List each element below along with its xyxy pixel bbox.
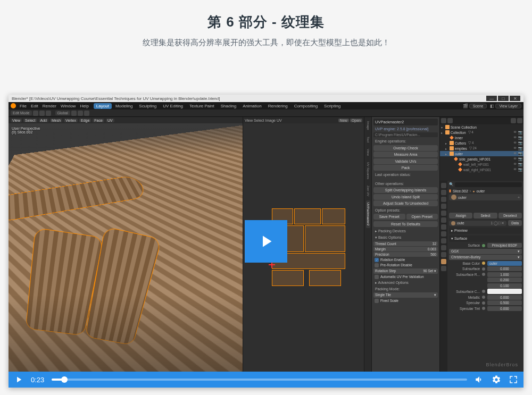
pm-overlap-button[interactable]: Overlap Check	[373, 145, 438, 151]
vp-menu-face[interactable]: Face	[93, 119, 104, 122]
snap-icon[interactable]	[71, 111, 77, 116]
vp-menu-uv[interactable]: UV	[106, 119, 114, 122]
workspace-tab-compositing[interactable]: Compositing	[292, 103, 320, 109]
outliner-mode-icon[interactable]	[441, 118, 446, 123]
pm-thread-count[interactable]: Thread Count32	[373, 241, 438, 246]
outliner-search-icon[interactable]	[511, 118, 516, 123]
prop-tab-scene[interactable]	[441, 204, 446, 209]
prop-tab-object[interactable]	[441, 217, 446, 223]
orientation-selector[interactable]: Global	[55, 111, 70, 115]
pm-auto-pre-validation[interactable]: Automatic UV Pre Validation	[373, 274, 438, 280]
workspace-tab-rendering[interactable]: Rendering	[265, 103, 290, 109]
outliner-item[interactable]: ▸Cutters▽ 4👁📷	[440, 140, 523, 146]
workspace-tab-shading[interactable]: Shading	[218, 103, 239, 109]
fullscreen-button[interactable]	[509, 375, 518, 384]
pm-fixed-scale[interactable]: Fixed Scale	[373, 298, 438, 304]
pm-precision[interactable]: Precision500	[373, 252, 438, 257]
window-min-button[interactable]: —	[486, 96, 497, 101]
subsurface-radius[interactable]: Subsurface R...1.000	[449, 272, 522, 277]
outliner-item[interactable]: ▸Collection▽ 4👁📷	[440, 130, 523, 135]
workspace-tab-animation[interactable]: Animation	[240, 103, 264, 109]
uv-new-button[interactable]: New	[338, 119, 349, 122]
vtab-uvpackmaster[interactable]: UVPackmaster2	[366, 200, 370, 228]
specular[interactable]: Specular0.500	[449, 300, 522, 305]
pivot-icon[interactable]	[78, 111, 83, 116]
material-name-field[interactable]: oute 1 ◯□ ✕	[449, 221, 506, 226]
pm-mode-dropdown[interactable]: Single Tile▾	[373, 292, 438, 298]
select-button[interactable]: Select	[473, 213, 497, 218]
vtab-image[interactable]: Image	[366, 119, 370, 132]
pm-undo-split-button[interactable]: Undo Island Split	[373, 194, 438, 200]
pm-save-preset-button[interactable]: Save Preset	[373, 214, 405, 220]
prop-tab-physics[interactable]	[441, 238, 446, 243]
outliner-filter-icon[interactable]	[447, 118, 453, 123]
vtab-uvsquares[interactable]: UV Squares	[366, 160, 370, 181]
pm-pack-button[interactable]: Pack	[373, 165, 438, 171]
window-close-button[interactable]: ✕	[510, 96, 520, 101]
deselect-button[interactable]: Deselect	[498, 213, 522, 218]
uv-menu-image[interactable]: Image	[265, 119, 276, 122]
volume-button[interactable]	[475, 375, 484, 384]
workspace-tab-texture-paint[interactable]: Texture Paint	[187, 103, 217, 109]
scene-selector[interactable]: 🎬 Scene	[463, 104, 487, 108]
menu-help[interactable]: Help	[78, 104, 90, 108]
burley-dropdown[interactable]: Christensen-Burley▾	[449, 255, 522, 260]
vp-menu-select[interactable]: Select	[23, 119, 37, 122]
vp-menu-edge[interactable]: Edge	[79, 119, 91, 122]
vp-menu-vertex[interactable]: Vertex	[64, 119, 78, 122]
workspace-tab-layout[interactable]: Layout	[94, 103, 112, 109]
metallic[interactable]: Metallic0.000	[449, 295, 522, 300]
pm-engine-path[interactable]: C:\Program Files\UVPackm...	[373, 132, 438, 137]
base-color[interactable]: Base Colorouter	[449, 261, 522, 266]
pm-pre-rotation-disable[interactable]: Pre-Rotation Disable	[373, 263, 438, 268]
window-max-button[interactable]: □	[498, 96, 509, 101]
vtab-view[interactable]: View	[366, 147, 370, 158]
material-slot[interactable]: outer +	[449, 194, 522, 200]
pm-reset-button[interactable]: Reset To Defaults	[373, 221, 438, 227]
prop-tab-material[interactable]	[441, 259, 446, 264]
proportional-icon[interactable]	[84, 111, 89, 116]
prop-tab-particles[interactable]	[441, 231, 446, 237]
outliner-item[interactable]: ▸outer👁📷	[440, 151, 523, 156]
select-edge-icon[interactable]	[39, 111, 45, 116]
subsurface[interactable]: Subsurface0.000	[449, 266, 522, 271]
outliner-item[interactable]: side_panels_HP.001👁📷	[440, 156, 523, 162]
pm-margin[interactable]: Margin0.003	[373, 247, 438, 251]
outliner-item[interactable]: wall_left_HP.001👁📷	[440, 162, 523, 167]
select-vert-icon[interactable]	[33, 111, 38, 116]
pm-validate-button[interactable]: Validate UVs	[373, 158, 438, 164]
outliner-funnel-icon[interactable]	[517, 118, 522, 123]
pm-rotation-step[interactable]: Rotation Step90 Set ▾	[373, 268, 438, 274]
prop-tab-data[interactable]	[441, 252, 446, 257]
pm-sec-devices[interactable]: ▸ Packing Devices	[373, 228, 438, 234]
prop-tab-output[interactable]	[441, 190, 446, 195]
select-face-icon[interactable]	[46, 111, 51, 116]
outliner-scene-collection[interactable]: ▾Scene Collection	[440, 124, 523, 130]
pm-rotation-enable[interactable]: ✓Rotation Enable	[373, 257, 438, 263]
outliner-item[interactable]: ▸empties▽ 24👁📷	[440, 146, 523, 151]
pm-split-button[interactable]: Split Overlapping Islands	[373, 187, 438, 193]
assign-button[interactable]: Assign	[449, 213, 472, 218]
uv-menu-select[interactable]: Select	[254, 119, 264, 122]
viewlayer-selector[interactable]: ◧ View Layer	[490, 104, 521, 108]
prop-tab-texture[interactable]	[441, 266, 446, 271]
viewport-3d[interactable]: View Select Add Mesh Vertex Edge Face UV…	[9, 117, 243, 372]
uv-menu-uv[interactable]: UV	[277, 119, 282, 122]
vp-menu-mesh[interactable]: Mesh	[50, 119, 62, 122]
outliner-item[interactable]: Inner👁📷	[440, 135, 523, 140]
menu-file[interactable]: File	[18, 104, 28, 108]
pm-sec-basic[interactable]: ▾ Basic Options	[373, 234, 438, 241]
vtab-tool[interactable]: Tool	[366, 135, 370, 145]
outliner-item[interactable]: wall_right_HP.001👁📷	[440, 167, 523, 172]
menu-render[interactable]: Render	[41, 104, 58, 108]
vtab-zenuv[interactable]: Zen UV	[366, 183, 370, 198]
prop-tab-modifier[interactable]	[441, 224, 446, 230]
menu-edit[interactable]: Edit	[29, 104, 40, 108]
pm-open-preset-button[interactable]: Open Preset	[406, 214, 438, 220]
settings-button[interactable]	[492, 375, 501, 384]
workspace-tab-modeling[interactable]: Modeling	[113, 103, 135, 109]
properties-search[interactable]: 🔍	[449, 182, 522, 187]
play-overlay-button[interactable]	[245, 220, 287, 263]
preview-panel[interactable]: ▸ Preview	[449, 228, 522, 234]
uv-menu-view[interactable]: View	[245, 119, 253, 122]
